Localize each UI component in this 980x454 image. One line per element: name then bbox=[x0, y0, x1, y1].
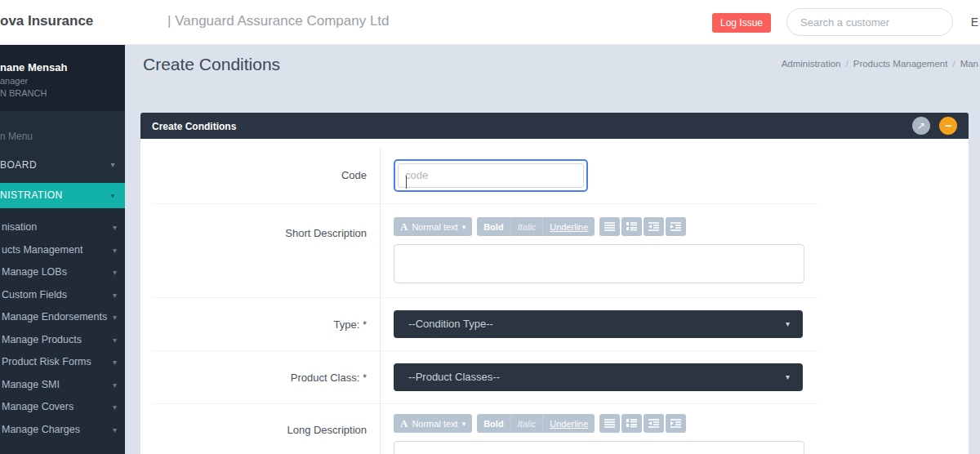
breadcrumb-current: Man bbox=[960, 59, 978, 69]
italic-button[interactable]: Italic bbox=[511, 217, 544, 236]
underline-button[interactable]: Underline bbox=[543, 217, 595, 236]
bold-button[interactable]: Bold bbox=[477, 414, 510, 433]
indent-icon[interactable] bbox=[666, 414, 686, 433]
sidebar-subitem-manage-endorsements[interactable]: Manage Endorsements▾ bbox=[0, 306, 125, 329]
topbar: ova Insurance | Vanguard Assurance Compa… bbox=[0, 0, 980, 45]
customer-search-input[interactable] bbox=[786, 8, 953, 36]
short-description-toolbar: A Normal text ▾ Bold Italic Underline bbox=[394, 217, 818, 236]
font-icon: A bbox=[400, 417, 408, 430]
chevron-down-icon: ▾ bbox=[113, 396, 117, 419]
sidebar: nane Mensah anager N BRANCH n Menu BOARD… bbox=[0, 45, 125, 454]
sidebar-subitem-manage-lobs[interactable]: Manage LOBs▾ bbox=[0, 261, 125, 284]
create-conditions-form: Code Short Description bbox=[152, 147, 818, 454]
long-description-editor[interactable] bbox=[394, 441, 804, 454]
code-row: Code bbox=[152, 147, 818, 204]
chevron-down-icon: ▾ bbox=[113, 306, 117, 329]
chevron-down-icon: ▾ bbox=[786, 363, 790, 391]
sidebar-subitem-product-risk-forms[interactable]: Product Risk Forms▾ bbox=[0, 351, 125, 374]
breadcrumb-products-management[interactable]: Products Management bbox=[853, 59, 948, 69]
outdent-icon[interactable] bbox=[644, 217, 664, 236]
chevron-down-icon: ▾ bbox=[462, 420, 466, 428]
chevron-down-icon: ▾ bbox=[113, 374, 117, 397]
breadcrumb-separator: / bbox=[846, 59, 849, 69]
sidebar-item-administration[interactable]: NISTRATION ▾ bbox=[0, 183, 125, 208]
log-issue-button[interactable]: Log Issue bbox=[712, 13, 771, 33]
chevron-down-icon: ▾ bbox=[113, 351, 117, 374]
panel-title: Create Conditions bbox=[152, 121, 236, 132]
sidebar-subitem-organisation[interactable]: nisation▾ bbox=[0, 216, 125, 239]
page-header: Create Conditions Administration/Product… bbox=[125, 45, 980, 113]
user-profile: nane Mensah anager N BRANCH bbox=[0, 45, 125, 111]
chevron-down-icon: ▾ bbox=[113, 284, 117, 307]
sidebar-item-dashboard[interactable]: BOARD ▾ bbox=[0, 150, 125, 180]
selected-value: --Condition Type-- bbox=[408, 318, 493, 330]
long-description-label: Long Description bbox=[152, 404, 381, 454]
underline-button[interactable]: Underline bbox=[543, 414, 595, 433]
text-cursor bbox=[406, 176, 407, 189]
code-input[interactable] bbox=[398, 163, 584, 188]
chevron-down-icon: ▾ bbox=[113, 329, 117, 352]
sidebar-subitem-manage-charges[interactable]: Manage Charges▾ bbox=[0, 419, 125, 442]
justify-icon[interactable] bbox=[599, 217, 620, 236]
main-content: Create Conditions Administration/Product… bbox=[125, 45, 980, 454]
user-role: anager bbox=[0, 76, 117, 86]
long-description-toolbar: A Normal text ▾ Bold Italic Underline bbox=[394, 414, 818, 433]
administration-submenu: nisation▾ ucts Management▾ Manage LOBs▾ … bbox=[0, 208, 125, 454]
menu-section-label: n Menu bbox=[0, 111, 125, 150]
chevron-down-icon: ▾ bbox=[113, 261, 117, 284]
sidebar-item-label: NISTRATION bbox=[0, 189, 63, 201]
code-input-focus-ring bbox=[394, 159, 588, 192]
chevron-down-icon: ▾ bbox=[113, 239, 117, 262]
sidebar-subitem-manage-products[interactable]: Manage Products▾ bbox=[0, 329, 125, 352]
sidebar-subitem-manage-covers[interactable]: Manage Covers▾ bbox=[0, 396, 125, 419]
sidebar-subitem-custom-fields[interactable]: Custom Fields▾ bbox=[0, 284, 125, 307]
chevron-down-icon: ▾ bbox=[786, 310, 790, 338]
product-class-row: Product Class: * --Product Classes-- ▾ bbox=[152, 351, 818, 404]
create-conditions-panel: Create Conditions ↗ − Code bbox=[140, 113, 969, 454]
selected-value: --Product Classes-- bbox=[408, 371, 500, 383]
breadcrumb: Administration/Products Management/Man bbox=[782, 59, 978, 69]
short-description-label: Short Description bbox=[152, 204, 381, 297]
code-label: Code bbox=[152, 147, 381, 204]
language-label[interactable]: E bbox=[971, 16, 978, 29]
brand-logo: ova Insurance bbox=[0, 13, 93, 29]
panel-header: Create Conditions ↗ − bbox=[140, 113, 969, 139]
sidebar-subitem-products-management[interactable]: ucts Management▾ bbox=[0, 239, 125, 262]
collapse-icon[interactable]: − bbox=[939, 117, 957, 135]
format-dropdown[interactable]: A Normal text ▾ bbox=[394, 414, 472, 433]
chevron-down-icon: ▾ bbox=[110, 150, 115, 180]
page-title: Create Conditions bbox=[143, 55, 280, 74]
product-class-label: Product Class: * bbox=[152, 351, 381, 404]
sidebar-subitem-manage-smi[interactable]: Manage SMI▾ bbox=[0, 374, 125, 397]
user-branch: N BRANCH bbox=[0, 88, 117, 98]
long-description-row: Long Description A Normal text ▾ Bold It… bbox=[152, 404, 818, 454]
product-classes-select[interactable]: --Product Classes-- ▾ bbox=[394, 363, 803, 391]
chevron-down-icon: ▾ bbox=[113, 216, 117, 239]
sidebar-item-label: BOARD bbox=[0, 159, 37, 171]
bold-button[interactable]: Bold bbox=[477, 217, 510, 236]
condition-type-select[interactable]: --Condition Type-- ▾ bbox=[394, 310, 803, 338]
type-row: Type: * --Condition Type-- ▾ bbox=[152, 298, 818, 351]
chevron-down-icon: ▾ bbox=[113, 419, 117, 442]
list-icon[interactable] bbox=[621, 217, 642, 236]
italic-button[interactable]: Italic bbox=[511, 414, 544, 433]
expand-icon[interactable]: ↗ bbox=[912, 117, 930, 135]
list-icon[interactable] bbox=[621, 414, 642, 433]
breadcrumb-administration[interactable]: Administration bbox=[782, 59, 841, 69]
breadcrumb-separator: / bbox=[952, 59, 955, 69]
indent-icon[interactable] bbox=[666, 217, 686, 236]
format-dropdown[interactable]: A Normal text ▾ bbox=[394, 217, 472, 236]
company-name: | Vanguard Assurance Company Ltd bbox=[167, 13, 390, 29]
panel-body: Code Short Description bbox=[140, 139, 969, 454]
justify-icon[interactable] bbox=[599, 414, 620, 433]
type-label: Type: * bbox=[152, 298, 381, 351]
chevron-down-icon: ▾ bbox=[462, 223, 466, 231]
chevron-down-icon: ▾ bbox=[110, 183, 115, 208]
short-description-row: Short Description A Normal text ▾ Bold I… bbox=[152, 204, 818, 298]
short-description-editor[interactable] bbox=[394, 244, 804, 283]
outdent-icon[interactable] bbox=[644, 414, 664, 433]
user-name: nane Mensah bbox=[0, 61, 117, 73]
font-icon: A bbox=[400, 220, 408, 234]
